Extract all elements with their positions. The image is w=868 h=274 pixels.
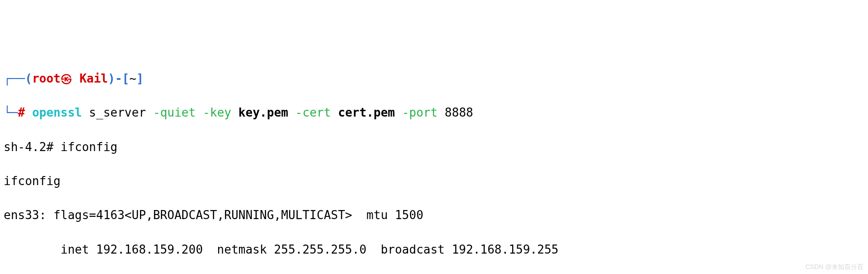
flag-quiet: -quiet (153, 106, 203, 119)
prompt-hash: # (18, 106, 32, 119)
prompt-bracket-close: ] (136, 72, 144, 85)
prompt-box-bottom: └─ (4, 106, 18, 119)
prompt-paren-close: ) (108, 72, 115, 85)
prompt-line-2[interactable]: └─# openssl s_server -quiet -key key.pem… (4, 104, 864, 122)
prompt-dash: -[ (115, 72, 129, 85)
shell-prompt-line[interactable]: sh-4.2# ifconfig (4, 139, 864, 156)
arg-port: 8888 (445, 106, 474, 119)
shell-cmd: ifconfig (60, 140, 117, 154)
ifconfig-iface: ens33: flags=4163<UP,BROADCAST,RUNNING,M… (4, 207, 864, 224)
cmd-openssl: openssl (32, 106, 82, 119)
prompt-cwd: ~ (130, 72, 137, 85)
arg-keyfile: key.pem (239, 106, 295, 119)
prompt-box-top: ┌──( (4, 72, 32, 85)
shell-prompt: sh-4.2# (4, 140, 60, 154)
flag-port: -port (402, 106, 445, 119)
ifconfig-inet: inet 192.168.159.200 netmask 255.255.255… (4, 241, 864, 259)
prompt-user: root (32, 72, 61, 85)
arg-certfile: cert.pem (338, 106, 402, 119)
watermark-text: CSDN @未知百分百 (805, 262, 863, 271)
prompt-at-icon: ㉿ (60, 72, 72, 85)
prompt-host: Kail (72, 72, 108, 85)
shell-echo-line: ifconfig (4, 173, 864, 190)
flag-key: -key (203, 106, 238, 119)
flag-cert: -cert (295, 106, 338, 119)
cmd-subcommand: s_server (82, 106, 153, 119)
prompt-line-1: ┌──(root㉿ Kail)-[~] (4, 70, 864, 88)
